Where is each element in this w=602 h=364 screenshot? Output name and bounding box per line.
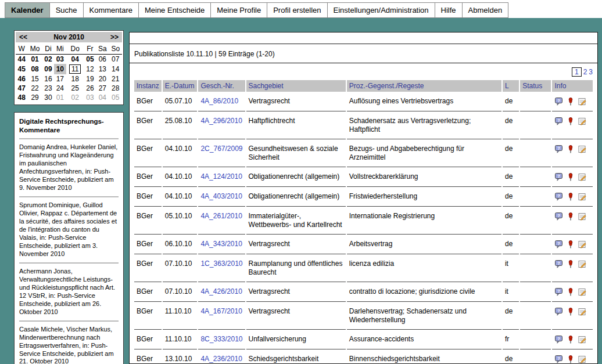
cell-gesch-nr: 4A_167/2010	[198, 303, 245, 330]
edit-icon[interactable]	[578, 260, 589, 268]
calendar-prev-button[interactable]: <<	[19, 33, 27, 41]
decision-link[interactable]: 4A_86/2010	[200, 97, 238, 105]
comment-icon[interactable]: ?	[554, 172, 566, 181]
decision-link[interactable]: 4A_124/2010	[200, 172, 242, 181]
decision-link[interactable]: 4A_236/2010	[200, 355, 242, 363]
cell-info: ?	[552, 236, 593, 254]
calendar-day[interactable]: 03	[54, 55, 66, 64]
tab-hilfe[interactable]: Hilfe	[435, 2, 463, 18]
tab-meine-profile[interactable]: Meine Profile	[210, 2, 267, 18]
comment-icon[interactable]: ?	[554, 240, 566, 248]
decision-link[interactable]: 4A_343/2010	[200, 240, 242, 248]
edit-icon[interactable]	[578, 335, 589, 343]
cell-info: ?	[552, 140, 593, 167]
calendar-day[interactable]: 01	[27, 55, 42, 64]
pushpin-icon[interactable]	[566, 97, 578, 105]
pushpin-icon[interactable]	[566, 145, 578, 153]
edit-icon[interactable]	[578, 287, 589, 295]
decision-link[interactable]: 8C_333/2010	[200, 335, 242, 343]
edit-icon[interactable]	[578, 117, 589, 125]
publication-list: Publikationsliste 10.11.10 | 59 Einträge…	[130, 44, 597, 364]
comment-icon[interactable]: ?	[554, 117, 566, 125]
pushpin-icon[interactable]	[566, 172, 578, 181]
column-header-sachgebiet[interactable]: Sachgebiet	[246, 80, 346, 92]
table-row: BGer07.10.101C_363/2010Raumplanung und ö…	[134, 255, 593, 282]
calendar-day: 06	[96, 55, 109, 64]
cell-regeste: Fristwiederherstellung	[347, 188, 501, 207]
pushpin-icon[interactable]	[566, 287, 578, 295]
calendar-day: 14	[109, 64, 122, 74]
comment-icon[interactable]: ?	[554, 145, 566, 153]
column-header-status[interactable]: Status	[520, 80, 551, 92]
comment-icon[interactable]: ?	[554, 355, 566, 363]
edit-icon[interactable]	[578, 307, 589, 315]
decision-link[interactable]: 4A_261/2010	[200, 212, 242, 220]
table-row: BGer04.10.104A_403/2010Obligationenrecht…	[134, 188, 593, 207]
pushpin-icon[interactable]	[566, 260, 578, 268]
column-header-e-datum[interactable]: E.-Datum	[163, 80, 198, 92]
comment-icon[interactable]: ?	[554, 287, 566, 295]
edit-icon[interactable]	[578, 97, 589, 105]
comment-icon[interactable]: ?	[554, 97, 566, 105]
comment-icon[interactable]: ?	[554, 335, 566, 343]
edit-icon[interactable]	[578, 355, 589, 363]
comment-icon[interactable]: ?	[554, 212, 566, 220]
column-header-instanz[interactable]: Instanz	[134, 80, 162, 92]
cell-e-datum: 04.10.10	[163, 168, 198, 187]
pushpin-icon[interactable]	[566, 335, 578, 343]
comment-icon[interactable]: ?	[554, 192, 566, 200]
cell-language: de	[503, 208, 519, 235]
cell-gesch-nr: 2C_767/2009	[198, 140, 245, 167]
edit-icon[interactable]	[578, 212, 589, 220]
edit-icon[interactable]	[578, 145, 589, 153]
calendar-day: 20	[96, 74, 109, 84]
cell-sachgebiet: Raumplanung und öffentliches Baurecht	[246, 255, 346, 282]
calendar-day[interactable]: 05	[84, 55, 96, 64]
column-header-l[interactable]: L	[503, 80, 519, 92]
decision-link[interactable]: 4A_426/2010	[200, 287, 242, 295]
column-header-proz-gegenst-regeste[interactable]: Proz.-Gegenst./Regeste	[347, 80, 501, 92]
decision-link[interactable]: 4A_167/2010	[200, 307, 242, 315]
decision-link[interactable]: 4A_296/2010	[200, 117, 242, 125]
calendar-day[interactable]: 10	[54, 64, 66, 74]
cell-status	[520, 93, 551, 111]
calendar: << Nov 2010 >> WMoDiMiDoFrSaSo4401020304…	[14, 30, 124, 105]
calendar-day[interactable]: 04	[66, 55, 84, 64]
pushpin-icon[interactable]	[566, 192, 578, 200]
edit-icon[interactable]	[578, 240, 589, 248]
results-table-header: InstanzE.-DatumGesch.-Nr.SachgebietProz.…	[134, 80, 593, 92]
pushpin-icon[interactable]	[566, 212, 578, 220]
calendar-day: 28	[109, 84, 122, 93]
calendar-day[interactable]: 02	[42, 55, 54, 64]
tab-kommentare[interactable]: Kommentare	[83, 2, 139, 18]
tab-einstellungen-administration[interactable]: Einstellungen/Administration	[327, 2, 435, 18]
decision-link[interactable]: 2C_767/2009	[200, 145, 242, 153]
pushpin-icon[interactable]	[566, 355, 578, 363]
decision-link[interactable]: 4A_403/2010	[200, 192, 242, 200]
calendar-day[interactable]: 08	[27, 64, 42, 74]
edit-icon[interactable]	[578, 172, 589, 181]
list-title: Publikationsliste 10.11.10 | 59 Einträge…	[133, 44, 594, 63]
commentary-entry: Sprumont Dominique, Guillod Olivier, Rap…	[19, 201, 119, 258]
tab-suche[interactable]: Suche	[49, 2, 84, 18]
pagination-page-2[interactable]: 2	[583, 68, 587, 76]
tab-abmelden[interactable]: Abmelden	[462, 2, 509, 18]
column-header-info[interactable]: Info	[552, 80, 593, 92]
decision-link[interactable]: 1C_363/2010	[200, 260, 242, 268]
tab-meine-entscheide[interactable]: Meine Entscheide	[138, 2, 211, 18]
cell-sachgebiet: Immaterialgüter-, Wettbewerbs- und Karte…	[246, 208, 346, 235]
comment-icon[interactable]: ?	[554, 260, 566, 268]
pagination-page-3[interactable]: 3	[589, 68, 593, 76]
tab-profil-erstellen[interactable]: Profil erstellen	[267, 2, 327, 18]
pushpin-icon[interactable]	[566, 117, 578, 125]
column-header-gesch-nr[interactable]: Gesch.-Nr.	[198, 80, 245, 92]
calendar-day: 05	[109, 93, 122, 102]
tab-kalender[interactable]: Kalender	[5, 2, 50, 18]
calendar-day-header: Do	[66, 44, 84, 55]
edit-icon[interactable]	[578, 192, 589, 200]
pushpin-icon[interactable]	[566, 240, 578, 248]
calendar-next-button[interactable]: >>	[110, 33, 119, 41]
pushpin-icon[interactable]	[566, 307, 578, 315]
calendar-day[interactable]: 09	[42, 64, 54, 74]
comment-icon[interactable]: ?	[554, 307, 566, 315]
